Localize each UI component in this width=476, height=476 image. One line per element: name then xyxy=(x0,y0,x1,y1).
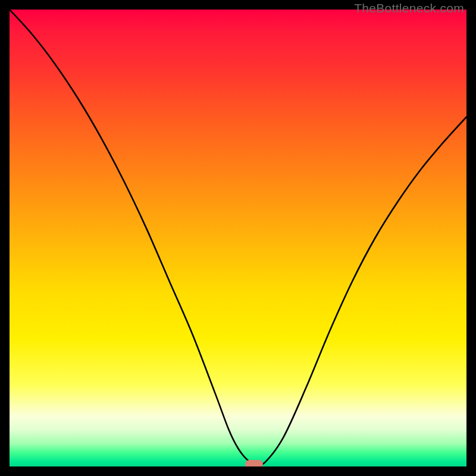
watermark: TheBottleneck.com xyxy=(354,1,464,15)
plot-area xyxy=(10,10,466,466)
bottleneck-curve xyxy=(10,10,466,466)
optimal-point-marker xyxy=(245,460,263,466)
